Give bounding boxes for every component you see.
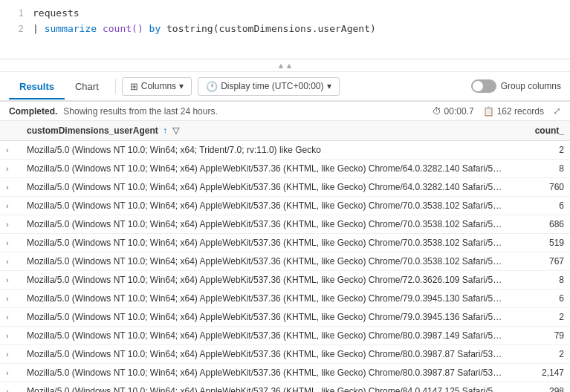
row-expand-btn[interactable]: › [0,271,21,290]
row-agent: Mozilla/5.0 (Windows NT 10.0; Win64; x64… [21,160,511,178]
expand-icon[interactable]: › [6,294,9,303]
row-count: 6 [511,290,570,308]
row-agent: Mozilla/5.0 (Windows NT 10.0; Win64; x64… [21,345,511,364]
toolbar-separator [115,79,116,94]
columns-button[interactable]: ⊞ Columns ▾ [122,77,192,96]
display-time-button[interactable]: 🕐 Display time (UTC+00:00) ▾ [198,77,339,96]
expand-icon[interactable]: › [6,350,9,359]
row-agent: Mozilla/5.0 (Windows NT 10.0; Win64; x64… [21,234,511,252]
table-body: › Mozilla/5.0 (Windows NT 10.0; Win64; x… [0,141,570,393]
expand-icon[interactable]: › [6,201,9,210]
status-meta: ⏱ 00:00.7 📋 162 records ⤢ [433,105,561,117]
table-row: › Mozilla/5.0 (Windows NT 10.0; Win64; x… [0,308,570,327]
clock-icon: 🕐 [206,81,218,92]
table-row: › Mozilla/5.0 (Windows NT 10.0; Win64; x… [0,252,570,271]
table-row: › Mozilla/5.0 (Windows NT 10.0; Win64; x… [0,197,570,215]
row-count: 760 [511,178,570,197]
expand-icon[interactable]: › [6,183,9,192]
row-count: 519 [511,234,570,252]
row-count: 8 [511,160,570,178]
results-table-wrapper[interactable]: customDimensions_userAgent ↑ ▽ count_ › … [0,121,570,392]
row-expand-btn[interactable]: › [0,252,21,271]
row-agent: Mozilla/5.0 (Windows NT 10.0; Win64; x64… [21,215,511,234]
row-expand-btn[interactable]: › [0,215,21,234]
row-expand-btn[interactable]: › [0,308,21,327]
row-count: 686 [511,215,570,234]
row-expand-btn[interactable]: › [0,197,21,215]
tab-results[interactable]: Results [9,75,65,99]
table-row: › Mozilla/5.0 (Windows NT 10.0; Win64; x… [0,178,570,197]
row-expand-btn[interactable]: › [0,160,21,178]
expand-col-header [0,121,21,141]
timer-icon: ⏱ [433,106,441,117]
row-agent: Mozilla/5.0 (Windows NT 10.0; Win64; x64… [21,141,511,160]
row-agent: Mozilla/5.0 (Windows NT 10.0; Win64; x64… [21,197,511,215]
status-completed: Completed. [9,106,57,117]
line-number-1: 1 [9,6,24,22]
row-expand-btn[interactable]: › [0,290,21,308]
tab-chart[interactable]: Chart [65,75,109,99]
table-header-row: customDimensions_userAgent ↑ ▽ count_ [0,121,570,141]
status-description: Showing results from the last 24 hours. [63,106,217,117]
row-agent: Mozilla/5.0 (Windows NT 10.0; Win64; x64… [21,382,511,393]
row-expand-btn[interactable]: › [0,382,21,393]
row-expand-btn[interactable]: › [0,141,21,160]
filter-icon[interactable]: ▽ [172,125,179,136]
group-columns-label: Group columns [501,81,561,91]
table-row: › Mozilla/5.0 (Windows NT 10.0; Win64; x… [0,160,570,178]
query-editor[interactable]: 1 requests 2 | summarize count() by tost… [0,0,570,59]
table-row: › Mozilla/5.0 (Windows NT 10.0; Win64; x… [0,364,570,382]
table-row: › Mozilla/5.0 (Windows NT 10.0; Win64; x… [0,234,570,252]
table-row: › Mozilla/5.0 (Windows NT 10.0; Win64; x… [0,327,570,345]
table-row: › Mozilla/5.0 (Windows NT 10.0; Win64; x… [0,271,570,290]
records-item: 📋 162 records [483,106,544,117]
columns-chevron-icon: ▾ [179,81,184,91]
expand-icon[interactable]: › [6,368,9,377]
expand-icon[interactable]: › [6,257,9,266]
expand-icon[interactable]: › [6,146,9,154]
sort-asc-icon: ↑ [163,125,167,136]
row-expand-btn[interactable]: › [0,345,21,364]
row-expand-btn[interactable]: › [0,327,21,345]
row-agent: Mozilla/5.0 (Windows NT 10.0; Win64; x64… [21,290,511,308]
records-value: 162 records [497,106,544,117]
col-header-agent[interactable]: customDimensions_userAgent ↑ ▽ [21,121,511,141]
toggle-thumb [473,81,483,91]
row-agent: Mozilla/5.0 (Windows NT 10.0; Win64; x64… [21,178,511,197]
row-expand-btn[interactable]: › [0,364,21,382]
expand-icon[interactable]: › [6,275,9,284]
table-row: › Mozilla/5.0 (Windows NT 10.0; Win64; x… [0,345,570,364]
results-table: customDimensions_userAgent ↑ ▽ count_ › … [0,121,570,392]
expand-icon[interactable]: › [6,313,9,321]
row-count: 79 [511,327,570,345]
group-columns-toggle[interactable]: Group columns [471,79,561,93]
duration-value: 00:00.7 [444,106,474,117]
row-count: 2,147 [511,364,570,382]
table-row: › Mozilla/5.0 (Windows NT 10.0; Win64; x… [0,290,570,308]
col-header-count[interactable]: count_ [511,121,570,141]
expand-results-icon[interactable]: ⤢ [553,105,561,117]
query-collapse-icon[interactable]: ▲▲ [277,61,294,70]
columns-label: Columns [141,81,176,91]
expand-icon[interactable]: › [6,220,9,229]
duration-item: ⏱ 00:00.7 [433,106,474,117]
query-line-2: | summarize count() by tostring(customDi… [33,22,376,37]
row-count: 8 [511,271,570,290]
expand-icon[interactable]: › [6,164,9,173]
line-number-2: 2 [9,22,24,37]
row-count: 6 [511,197,570,215]
row-count: 2 [511,345,570,364]
row-expand-btn[interactable]: › [0,234,21,252]
row-agent: Mozilla/5.0 (Windows NT 10.0; Win64; x64… [21,308,511,327]
status-bar: Completed. Showing results from the last… [0,102,570,121]
table-row: › Mozilla/5.0 (Windows NT 10.0; Win64; x… [0,141,570,160]
expand-icon[interactable]: › [6,387,9,392]
expand-icon[interactable]: › [6,238,9,247]
row-count: 767 [511,252,570,271]
expand-icon[interactable]: › [6,331,9,340]
table-row: › Mozilla/5.0 (Windows NT 10.0; Win64; x… [0,215,570,234]
toggle-track [471,79,496,93]
table-row: › Mozilla/5.0 (Windows NT 10.0; Win64; x… [0,382,570,393]
row-expand-btn[interactable]: › [0,178,21,197]
results-toolbar: Results Chart ⊞ Columns ▾ 🕐 Display time… [0,72,570,102]
